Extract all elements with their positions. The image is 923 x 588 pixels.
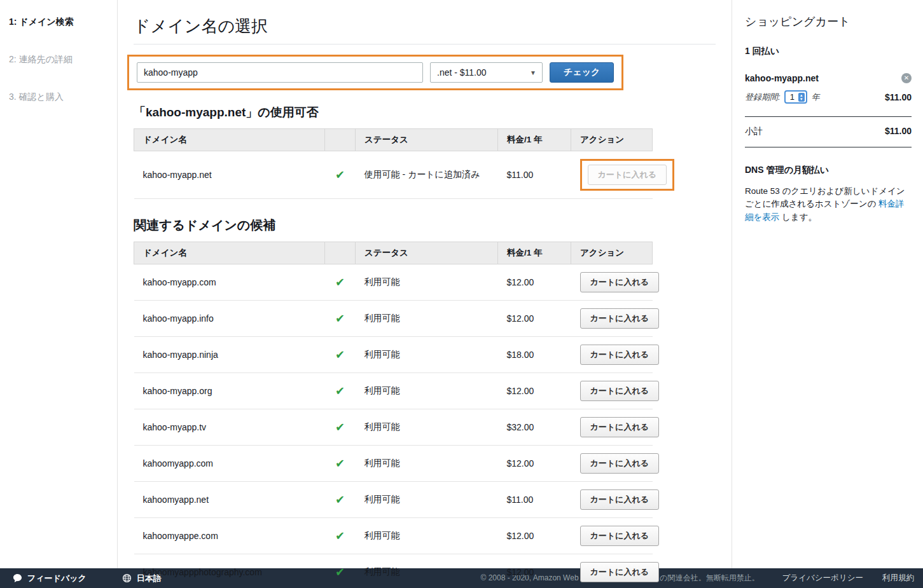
period-unit-label: 年 (812, 92, 820, 103)
header-domain: ドメイン名 (134, 242, 325, 264)
shopping-cart-panel: ショッピングカート 1 回払い kahoo-myapp.net ✕ 登録期間: … (732, 0, 923, 568)
add-to-cart-button[interactable]: カートに入れる (580, 526, 660, 546)
subtotal-label: 小計 (745, 126, 763, 137)
tld-selected-value: .net - $11.00 (437, 67, 487, 78)
payment-type-label: 1 回払い (745, 46, 912, 57)
header-price: 料金/1 年 (498, 242, 571, 264)
cart-item: kahoo-myapp.net ✕ 登録期間: 1 ▲▼ 年 $11.00 (745, 73, 912, 104)
domain-status: 利用可能 (356, 446, 498, 482)
domain-price: $12.00 (498, 264, 571, 301)
add-to-cart-annotation-highlight: カートに入れる (580, 159, 675, 191)
domain-search-input[interactable] (137, 62, 423, 83)
add-to-cart-button[interactable]: カートに入れる (580, 308, 660, 329)
cart-item-price: $11.00 (885, 92, 912, 102)
availability-table: ドメイン名 ステータス 料金/1 年 アクション kahoo-myapp.net… (134, 128, 653, 199)
registration-period-stepper[interactable]: 1 ▲▼ (784, 90, 807, 104)
suggestions-heading: 関連するドメインの候補 (134, 217, 716, 234)
cart-title: ショッピングカート (745, 14, 912, 29)
available-check-icon: ✔ (335, 276, 345, 289)
add-to-cart-button[interactable]: カートに入れる (580, 489, 660, 510)
registration-period-label: 登録期間: (745, 92, 781, 103)
subtotal-row: 小計 $11.00 (745, 117, 912, 147)
add-to-cart-button[interactable]: カートに入れる (580, 417, 660, 437)
available-check-icon: ✔ (335, 168, 345, 181)
stepper-arrows-icon[interactable]: ▲▼ (798, 93, 805, 102)
step-contact-details: 2: 連絡先の詳細 (9, 54, 111, 65)
table-row: kahoomyapp.com✔利用可能$12.00カートに入れる (134, 446, 653, 482)
wizard-steps-sidebar: 1: ドメイン検索 2: 連絡先の詳細 3. 確認と購入 (0, 0, 118, 568)
domain-name: kahoomyapp.net (134, 482, 325, 518)
check-button[interactable]: チェック (550, 62, 614, 83)
page-title: ドメイン名の選択 (134, 15, 716, 38)
divider (745, 147, 912, 147)
registration-period-value: 1 (790, 92, 795, 102)
suggestions-table: ドメイン名 ステータス 料金/1 年 アクション kahoo-myapp.com… (134, 242, 653, 588)
domain-name: kahoomyappe.com (134, 518, 325, 554)
available-check-icon: ✔ (335, 566, 345, 578)
domain-name: kahoo-myapp.com (134, 264, 325, 301)
domain-status: 利用可能 (356, 482, 498, 518)
available-check-icon: ✔ (335, 457, 345, 470)
domain-status: 利用可能 (356, 337, 498, 373)
privacy-policy-link[interactable]: プライバシーポリシー (782, 573, 863, 584)
step-domain-search: 1: ドメイン検索 (9, 17, 111, 28)
available-check-icon: ✔ (335, 530, 345, 542)
step-confirm-purchase: 3. 確認と購入 (9, 92, 111, 103)
table-row: kahoo-myapp.org✔利用可能$12.00カートに入れる (134, 373, 653, 409)
header-price: 料金/1 年 (498, 129, 571, 151)
feedback-button[interactable]: フィードバック (13, 573, 87, 584)
table-header-row: ドメイン名 ステータス 料金/1 年 アクション (134, 242, 653, 264)
domain-price: $11.00 (498, 482, 571, 518)
available-check-icon: ✔ (335, 493, 345, 506)
domain-price: $12.00 (498, 373, 571, 409)
domain-price: $32.00 (498, 409, 571, 446)
domain-name: kahoo-myapp.ninja (134, 337, 325, 373)
domain-status: 利用可能 (356, 373, 498, 409)
table-row: kahoo-myapp.ninja✔利用可能$18.00カートに入れる (134, 337, 653, 373)
available-check-icon: ✔ (335, 312, 345, 325)
available-check-icon: ✔ (335, 385, 345, 397)
available-check-icon: ✔ (335, 348, 345, 361)
terms-link[interactable]: 利用規約 (882, 573, 914, 584)
table-row: kahoo-myapp.net✔使用可能 - カートに追加済み$11.00カート… (134, 151, 653, 199)
domain-status: 利用可能 (356, 554, 498, 588)
domain-name: kahoo-myapp.info (134, 301, 325, 337)
tld-select[interactable]: .net - $11.00 ▼ (430, 62, 543, 83)
table-row: kahoomyapp.net✔利用可能$11.00カートに入れる (134, 482, 653, 518)
table-row: kahoomyappe.com✔利用可能$12.00カートに入れる (134, 518, 653, 554)
remove-cart-item-icon[interactable]: ✕ (901, 73, 912, 83)
add-to-cart-button[interactable]: カートに入れる (588, 165, 667, 185)
domain-status: 使用可能 - カートに追加済み (356, 151, 498, 199)
domain-price: $12.00 (498, 446, 571, 482)
domain-name: kahoo-myapp.tv (134, 409, 325, 446)
divider (134, 44, 716, 44)
dns-heading: DNS 管理の月額払い (745, 165, 912, 176)
add-to-cart-button[interactable]: カートに入れる (580, 272, 660, 292)
domain-status: 利用可能 (356, 264, 498, 301)
add-to-cart-button[interactable]: カートに入れる (580, 345, 660, 365)
domain-name: kahoo-myapp.org (134, 373, 325, 409)
add-to-cart-button[interactable]: カートに入れる (580, 453, 660, 474)
domain-price: $12.00 (498, 554, 571, 588)
feedback-icon (13, 573, 22, 583)
add-to-cart-button[interactable]: カートに入れる (580, 381, 660, 401)
header-check (325, 242, 356, 264)
domain-name: kahoomyappphotography.com (134, 554, 325, 588)
main-content: ドメイン名の選択 .net - $11.00 ▼ チェック 「kahoo-mya… (118, 0, 732, 568)
dns-description: Route 53 のクエリおよび新しいドメインごとに作成されるホストゾーンの 料… (745, 185, 912, 225)
domain-status: 利用可能 (356, 409, 498, 446)
feedback-label: フィードバック (27, 573, 87, 584)
domain-name: kahoomyapp.com (134, 446, 325, 482)
subtotal-value: $11.00 (885, 126, 912, 137)
domain-price: $18.00 (498, 337, 571, 373)
chevron-down-icon: ▼ (530, 69, 536, 76)
search-annotation-highlight: .net - $11.00 ▼ チェック (127, 55, 623, 90)
header-domain: ドメイン名 (134, 129, 325, 151)
header-check (325, 129, 356, 151)
add-to-cart-button[interactable]: カートに入れる (580, 562, 660, 582)
dns-text-after: します。 (782, 212, 817, 222)
table-row: kahoo-myapp.info✔利用可能$12.00カートに入れる (134, 301, 653, 337)
availability-heading: 「kahoo-myapp.net」の使用可否 (134, 104, 716, 121)
domain-status: 利用可能 (356, 301, 498, 337)
header-status: ステータス (356, 129, 498, 151)
